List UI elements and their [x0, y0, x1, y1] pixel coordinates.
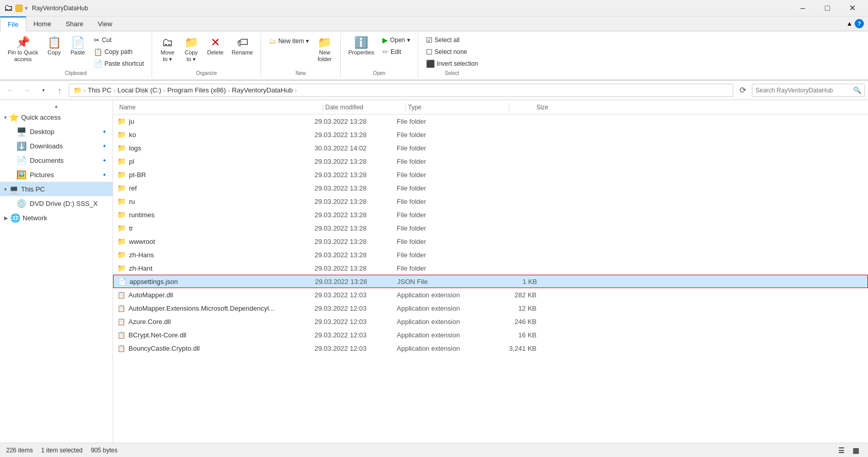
file-name: 📋 AutoMapper.dll [117, 291, 312, 299]
table-row[interactable]: 📁 zh-Hant 29.03.2022 13:28 File folder [113, 261, 868, 275]
forward-button[interactable]: → [20, 83, 34, 98]
table-row[interactable]: 📋 AutoMapper.Extensions.Microsoft.Depend… [113, 301, 868, 315]
file-name: 📁 zh-Hans [117, 251, 312, 259]
minimize-button[interactable]: – [791, 0, 815, 16]
column-header: Name Date modified Type Size [113, 100, 868, 115]
downloads-pin: ✦ [102, 143, 106, 149]
details-view-button[interactable]: ☰ [835, 444, 847, 456]
table-row[interactable]: 📋 Azure.Core.dll 29.03.2022 12:03 Applic… [113, 315, 868, 328]
select-none-button[interactable]: ☐ Select none [422, 46, 482, 58]
tab-home[interactable]: Home [26, 16, 59, 31]
table-row[interactable]: 📋 BouncyCastle.Crypto.dll 29.03.2022 12:… [113, 341, 868, 355]
column-date[interactable]: Date modified [323, 104, 405, 111]
properties-button[interactable]: ℹ️ Properties [345, 34, 378, 59]
table-row[interactable]: 📋 AutoMapper.dll 29.03.2022 12:03 Applic… [113, 288, 868, 301]
tab-share[interactable]: Share [59, 16, 91, 31]
file-name: 📄 appsettings.json [118, 277, 313, 285]
file-type: Application extension [395, 304, 497, 312]
breadcrumb-program-files[interactable]: Program Files (x86) [168, 86, 226, 94]
up-button[interactable]: ↑ [52, 83, 67, 98]
pin-quick-access-button[interactable]: 📌 Pin to Quickaccess [4, 34, 42, 65]
copy-path-button[interactable]: 📋 Copy path [90, 46, 147, 58]
new-item-icon: 🗂 [269, 37, 276, 45]
paste-shortcut-button[interactable]: 📄 Paste shortcut [90, 58, 147, 69]
sidebar-label-pictures: Pictures [30, 171, 54, 179]
delete-button[interactable]: ✕ Delete [204, 34, 227, 59]
file-type: File folder [395, 224, 497, 232]
breadcrumb[interactable]: 📁 › This PC › Local Disk (C:) › Program … [69, 84, 733, 97]
desktop-icon: 🖥️ [16, 127, 27, 137]
copy-button[interactable]: 📋 Copy [43, 34, 65, 59]
column-type[interactable]: Type [406, 104, 509, 111]
rename-icon: 🏷 [237, 37, 248, 48]
file-date: 29.03.2022 13:28 [312, 251, 395, 259]
dll-file-icon: 📋 [117, 304, 125, 312]
copy-to-button[interactable]: 📁 Copyto ▾ [180, 34, 202, 65]
select-all-button[interactable]: ☑ Select all [422, 34, 482, 46]
table-row[interactable]: 📁 tr 29.03.2022 13:28 File folder [113, 221, 868, 235]
help-button[interactable]: ? [855, 19, 864, 28]
file-type: File folder [395, 264, 497, 272]
new-folder-button[interactable]: 📁 Newfolder [313, 34, 336, 65]
sidebar-item-network[interactable]: ▶ 🌐 Network [0, 211, 113, 225]
collapse-row[interactable]: ▲ [0, 102, 113, 110]
cut-button[interactable]: ✂ Cut [90, 34, 147, 46]
selection-size: 905 bytes [91, 447, 118, 454]
breadcrumb-local-disk[interactable]: Local Disk (C:) [118, 86, 161, 94]
new-item-button[interactable]: 🗂 New item ▾ [265, 34, 312, 48]
edit-button[interactable]: ✏ Edit [379, 46, 414, 58]
paste-button[interactable]: 📄 Paste [66, 34, 89, 59]
dvd-drive-icon: 💿 [16, 199, 27, 208]
large-icons-button[interactable]: ▦ [849, 444, 862, 456]
dropdown-history-button[interactable]: ▾ [36, 83, 50, 98]
table-row[interactable]: 📁 pl 29.03.2022 13:28 File folder [113, 155, 868, 168]
file-type: File folder [395, 171, 497, 179]
table-row[interactable]: 📁 wwwroot 29.03.2022 13:28 File folder [113, 235, 868, 248]
sidebar-item-desktop[interactable]: 🖥️ Desktop ✦ [0, 124, 113, 139]
column-name[interactable]: Name [117, 104, 323, 111]
title-bar-icons: 🗂 ▾ [4, 3, 28, 13]
sidebar-item-documents[interactable]: 📄 Documents ✦ [0, 153, 113, 167]
maximize-button[interactable]: □ [816, 0, 839, 16]
table-row[interactable]: 📁 pt-BR 29.03.2022 13:28 File folder [113, 168, 868, 181]
sidebar-item-quick-access[interactable]: ▾ ⭐ Quick access [0, 110, 113, 124]
ribbon-collapse-button[interactable]: ▲ [846, 20, 853, 27]
refresh-button[interactable]: ⟳ [735, 83, 750, 98]
table-row[interactable]: 📁 ref 29.03.2022 13:28 File folder [113, 181, 868, 195]
column-size[interactable]: Size [509, 104, 550, 111]
copy-icon: 📋 [47, 37, 61, 48]
move-to-button[interactable]: 🗂 Moveto ▾ [156, 34, 179, 65]
file-name: 📁 ru [117, 197, 312, 205]
table-row[interactable]: 📄 appsettings.json 29.03.2022 13:28 JSON… [113, 275, 868, 288]
organize-label: Organize [156, 69, 256, 78]
sidebar-item-dvd-drive[interactable]: 💿 DVD Drive (D:) SSS_X [0, 196, 113, 211]
clipboard-label: Clipboard [4, 69, 147, 78]
search-input[interactable] [755, 87, 853, 94]
ribbon-content: 📌 Pin to Quickaccess 📋 Copy 📄 Paste ✂ [0, 31, 868, 80]
documents-icon: 📄 [16, 156, 27, 165]
sidebar-item-pictures[interactable]: 🖼️ Pictures ✦ [0, 167, 113, 182]
select-all-icon: ☑ [426, 36, 433, 44]
table-row[interactable]: 📁 zh-Hans 29.03.2022 13:28 File folder [113, 248, 868, 261]
table-row[interactable]: 📋 BCrypt.Net-Core.dll 29.03.2022 12:03 A… [113, 328, 868, 341]
rename-button[interactable]: 🏷 Rename [228, 34, 257, 59]
breadcrumb-this-pc[interactable]: This PC [88, 86, 112, 94]
table-row[interactable]: 📁 ju 29.03.2022 13:28 File folder [113, 115, 868, 128]
select-label: Select [422, 69, 482, 78]
title-bar-title: RayVentoryDataHub [28, 5, 791, 12]
table-row[interactable]: 📁 logs 30.03.2022 14:02 File folder [113, 141, 868, 155]
breadcrumb-rayventory[interactable]: RayVentoryDataHub [232, 86, 293, 94]
close-button[interactable]: ✕ [840, 0, 864, 16]
table-row[interactable]: 📁 ru 29.03.2022 13:28 File folder [113, 195, 868, 208]
invert-selection-button[interactable]: ⬛ Invert selection [422, 58, 482, 69]
tab-view[interactable]: View [90, 16, 119, 31]
file-name: 📁 runtimes [117, 211, 312, 219]
open-button[interactable]: ▶ Open ▾ [379, 34, 414, 46]
organize-buttons: 🗂 Moveto ▾ 📁 Copyto ▾ ✕ Delete 🏷 Rename [156, 34, 256, 69]
table-row[interactable]: 📁 ko 29.03.2022 13:28 File folder [113, 128, 868, 141]
sidebar-item-downloads[interactable]: ⬇️ Downloads ✦ [0, 139, 113, 153]
table-row[interactable]: 📁 runtimes 29.03.2022 13:28 File folder [113, 208, 868, 221]
sidebar-item-this-pc[interactable]: ▾ 💻 This PC [0, 182, 113, 196]
tab-file[interactable]: File [0, 16, 26, 31]
back-button[interactable]: ← [3, 83, 17, 98]
